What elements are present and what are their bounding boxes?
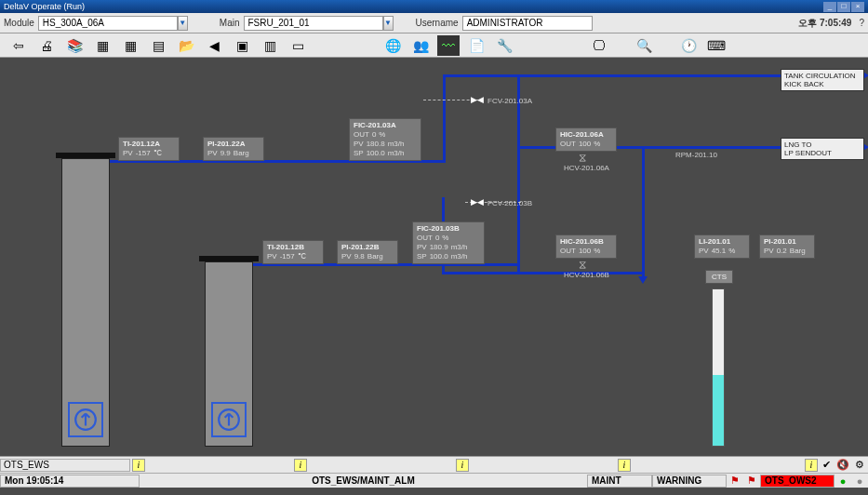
status-maint: MAINT [587, 475, 652, 488]
status-path: OTS_EWS/MAINT_ALM [140, 475, 587, 486]
status-ows[interactable]: OTS_OWS2 [760, 475, 835, 488]
status-ots: OTS_EWS [0, 459, 130, 472]
main-field[interactable]: FSRU_201_01 [244, 16, 383, 31]
alarm1-icon[interactable]: ⚑ [727, 475, 743, 488]
tag-ti12a[interactable]: TI-201.12A PV-157℃ [118, 137, 180, 161]
info-button-1[interactable]: i [132, 459, 145, 472]
doc-icon[interactable]: 📄 [465, 35, 487, 56]
fcv-b-label: FCV-201.03B [487, 199, 532, 207]
window-title: DeltaV Operate (Run) [4, 2, 822, 11]
close-button[interactable]: × [851, 2, 864, 12]
gear-icon[interactable]: ⚙ [851, 459, 868, 472]
titlebar: DeltaV Operate (Run) _ □ × [0, 0, 868, 13]
username-field: ADMINISTRATOR [462, 16, 593, 31]
username-label: Username [412, 18, 462, 28]
fcv-b-icon: ▶◀ [471, 197, 484, 207]
clock: 오후 7:05:49 [795, 17, 855, 30]
level-bargraph [712, 288, 725, 447]
minimize-button[interactable]: _ [823, 2, 836, 12]
tag-ti12b[interactable]: TI-201.12B PV-157℃ [262, 240, 324, 264]
left-icon[interactable]: ◀ [203, 35, 225, 56]
fcv-a-label: FCV-201.03A [487, 97, 532, 105]
hcv-b-label: HCV-201.06B [564, 271, 609, 279]
box-tank-circ: TANK CIRCULATION KICK BACK [781, 69, 864, 91]
tag-pi01[interactable]: PI-201.01 PV0.2Barg [759, 234, 815, 259]
fcv-a-icon: ▶◀ [471, 95, 484, 104]
hcv-a-label: HCV-201.06A [564, 164, 609, 172]
tag-hic06b[interactable]: HIC-201.06B OUT100% [555, 234, 617, 259]
pipe-a2 [443, 74, 446, 163]
bar-icon[interactable]: ▭ [287, 35, 309, 56]
module-field[interactable]: HS_300A_06A [38, 16, 178, 31]
alarm2-icon[interactable]: ⚑ [743, 475, 760, 488]
info-button-4[interactable]: i [618, 459, 631, 472]
led-green-icon: ● [835, 475, 851, 488]
tag-hic06a[interactable]: HIC-201.06A OUT100% [555, 127, 617, 152]
info-button-3[interactable]: i [456, 459, 469, 472]
statusbar-1: OTS_EWS i i i i i ✔ 🔇 ⚙ [0, 456, 868, 473]
tag-pi22a[interactable]: PI-201.22A PV9.9Barg [203, 137, 264, 161]
status-datetime: Mon 19:05:14 [0, 475, 140, 488]
ack-icon[interactable]: ✔ [818, 459, 835, 472]
globe-icon[interactable]: 🌐 [381, 35, 404, 56]
maximize-button[interactable]: □ [837, 2, 850, 12]
led-gray-icon: ● [851, 475, 868, 488]
canvas: TI-201.12A PV-157℃ PI-201.22A PV9.9Barg … [0, 58, 868, 456]
folder-icon[interactable]: 📂 [175, 35, 197, 56]
status-warning: WARNING [652, 475, 727, 488]
hcv-a-icon: ⧖ [579, 151, 586, 164]
module-label: Module [0, 18, 38, 28]
pipe-b2 [442, 272, 645, 274]
tag-pi22b[interactable]: PI-201.22B PV9.8Barg [337, 240, 398, 264]
tag-li01[interactable]: LI-201.01 PV45.1% [694, 234, 750, 259]
keypad-icon[interactable]: ⌨ [705, 35, 728, 56]
arrow-down [638, 276, 648, 284]
pump-b[interactable] [211, 402, 247, 437]
users-icon[interactable]: 👥 [409, 35, 432, 56]
search-icon[interactable]: 🔍 [633, 35, 655, 56]
window-icon[interactable]: ▣ [231, 35, 253, 56]
back-icon[interactable]: ⇦ [7, 35, 30, 56]
trend-icon[interactable]: 〰 [437, 35, 460, 56]
grid2-icon[interactable]: ▦ [119, 35, 141, 56]
cts-button[interactable]: CTS [705, 270, 733, 284]
info-button-2[interactable]: i [294, 459, 307, 472]
toolbar: ⇦ 🖨 📚 ▦ ▦ ▤ 📂 ◀ ▣ ▥ ▭ 🌐 👥 〰 📄 🔧 🖵 🔍 🕐 ⌨ [0, 33, 868, 58]
tools-icon[interactable]: 🔧 [493, 35, 515, 56]
info-button-5[interactable]: i [805, 459, 818, 472]
level-fill [713, 375, 724, 446]
screen-icon[interactable]: 🖵 [588, 35, 610, 56]
silence-icon[interactable]: 🔇 [835, 459, 851, 472]
module-dropdown[interactable]: ▼ [178, 16, 188, 31]
help-button[interactable]: ? [855, 18, 868, 28]
tag-fic03b[interactable]: FIC-201.03B OUT0% PV180.9m3/h SP100.0m3/… [412, 221, 485, 264]
pipe-right-v [642, 146, 645, 276]
clock-icon[interactable]: 🕐 [677, 35, 700, 56]
pump-a[interactable] [68, 402, 103, 437]
layers-icon[interactable]: ▥ [259, 35, 281, 56]
tag-fic03a[interactable]: FIC-201.03A OUT0% PV180.8m3/h SP100.0m3/… [349, 118, 421, 161]
statusbar-2: Mon 19:05:14 OTS_EWS/MAINT_ALM MAINT WAR… [0, 473, 868, 488]
print-icon[interactable]: 🖨 [35, 35, 58, 56]
books-icon[interactable]: 📚 [63, 35, 86, 56]
hcv-b-icon: ⧖ [579, 258, 586, 271]
rpm-label: RPM-201.10 [675, 151, 717, 159]
grid1-icon[interactable]: ▦ [91, 35, 114, 56]
infobar: Module HS_300A_06A ▼ Main FSRU_201_01 ▼ … [0, 13, 868, 33]
box-lng: LNG TO LP SENDOUT [781, 138, 864, 160]
main-label: Main [216, 18, 244, 28]
main-dropdown[interactable]: ▼ [383, 16, 394, 31]
table-icon[interactable]: ▤ [147, 35, 169, 56]
